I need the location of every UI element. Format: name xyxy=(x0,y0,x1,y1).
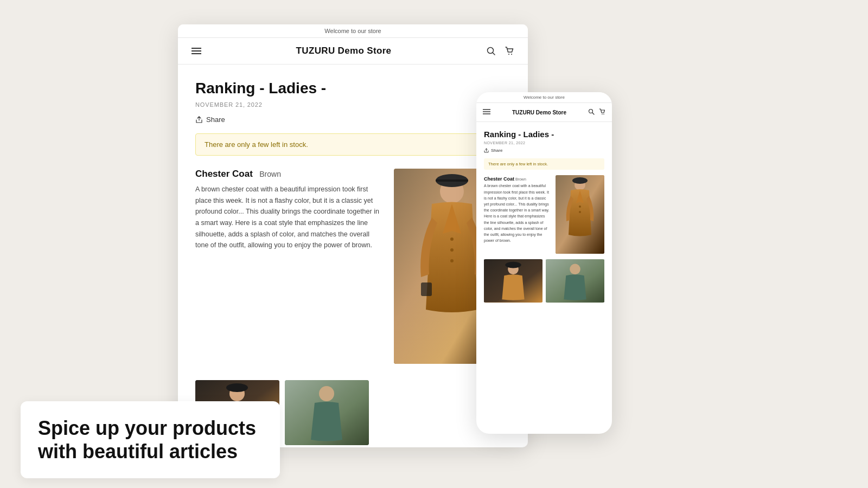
tagline-card: Spice up your products with beautiful ar… xyxy=(21,401,280,478)
svg-point-28 xyxy=(579,211,581,213)
cart-icon[interactable] xyxy=(504,46,515,56)
desktop-product-name: Chester Coat xyxy=(195,169,253,179)
mobile-store-title: TUZURU Demo Store xyxy=(512,110,566,115)
mobile-topbar: Welcome to our store xyxy=(476,92,612,103)
mobile-share-button[interactable]: Share xyxy=(484,148,604,153)
svg-line-1 xyxy=(493,53,495,55)
mobile-thumbnail-1 xyxy=(484,259,542,303)
desktop-article-date: NOVEMBER 21, 2022 xyxy=(195,101,510,108)
mobile-nav-icons xyxy=(588,107,605,117)
desktop-thumbnail-2 xyxy=(285,380,369,445)
mobile-cart-icon[interactable] xyxy=(599,107,605,117)
svg-point-0 xyxy=(487,48,493,54)
mobile-thumbnails xyxy=(484,259,604,303)
mobile-product-section: Chester Coat Brown A brown chester coat … xyxy=(484,175,604,254)
svg-line-21 xyxy=(592,113,594,114)
svg-point-2 xyxy=(508,54,509,55)
mobile-product-color: Brown xyxy=(515,177,526,181)
svg-point-8 xyxy=(450,237,454,241)
desktop-share-button[interactable]: Share xyxy=(195,115,225,124)
svg-point-33 xyxy=(570,264,580,275)
svg-point-10 xyxy=(450,259,454,262)
svg-point-3 xyxy=(511,54,512,55)
svg-rect-11 xyxy=(421,282,432,296)
desktop-stock-alert: There are only a few left in stock. xyxy=(195,133,510,156)
mobile-search-icon[interactable] xyxy=(588,107,595,117)
mobile-article-date: NOVEMBER 21, 2022 xyxy=(484,141,604,145)
mobile-mockup: Welcome to our store TUZURU Demo Store xyxy=(476,92,612,434)
desktop-article-title: Ranking - Ladies - xyxy=(195,80,510,97)
mobile-stock-alert: There are only a few left in stock. xyxy=(484,158,604,170)
hamburger-icon[interactable] xyxy=(191,46,202,56)
desktop-topbar: Welcome to our store xyxy=(178,24,528,38)
svg-point-20 xyxy=(589,110,592,113)
search-icon[interactable] xyxy=(486,46,496,56)
mobile-product-text: Chester Coat Brown A brown chester coat … xyxy=(484,175,551,254)
svg-point-26 xyxy=(572,177,588,184)
desktop-share-label: Share xyxy=(206,115,225,124)
desktop-content: Ranking - Ladies - NOVEMBER 21, 2022 Sha… xyxy=(178,65,528,445)
mobile-content: Ranking - Ladies - NOVEMBER 21, 2022 Sha… xyxy=(476,122,612,434)
desktop-store-title: TUZURU Demo Store xyxy=(296,46,392,56)
mobile-share-label: Share xyxy=(491,148,502,153)
mobile-hamburger-icon[interactable] xyxy=(483,107,490,117)
svg-point-31 xyxy=(505,262,521,268)
desktop-nav: TUZURU Demo Store xyxy=(178,38,528,65)
svg-point-9 xyxy=(450,248,454,252)
tagline-text: Spice up your products with beautiful ar… xyxy=(38,416,263,463)
mobile-product-name: Chester Coat xyxy=(484,176,514,182)
svg-point-14 xyxy=(226,383,248,392)
desktop-product-text: Chester Coat Brown A brown chester coat … xyxy=(195,169,383,251)
svg-point-27 xyxy=(579,206,581,208)
desktop-product-section: Chester Coat Brown A brown chester coat … xyxy=(195,169,510,364)
mobile-product-desc: A brown chester coat with a beautiful im… xyxy=(484,183,551,243)
mobile-nav: TUZURU Demo Store xyxy=(476,103,612,122)
desktop-product-color: Brown xyxy=(259,170,281,178)
svg-point-16 xyxy=(319,386,334,401)
mobile-article-title: Ranking - Ladies - xyxy=(484,130,604,139)
desktop-product-desc: A brown chester coat with a beautiful im… xyxy=(195,184,383,251)
svg-point-23 xyxy=(603,114,604,115)
desktop-nav-icons xyxy=(486,46,515,56)
mobile-product-image xyxy=(556,175,604,254)
svg-rect-7 xyxy=(436,179,468,182)
desktop-mockup: Welcome to our store TUZURU Demo Store xyxy=(178,24,528,447)
svg-point-22 xyxy=(602,114,603,115)
mobile-thumbnail-2 xyxy=(546,259,604,303)
